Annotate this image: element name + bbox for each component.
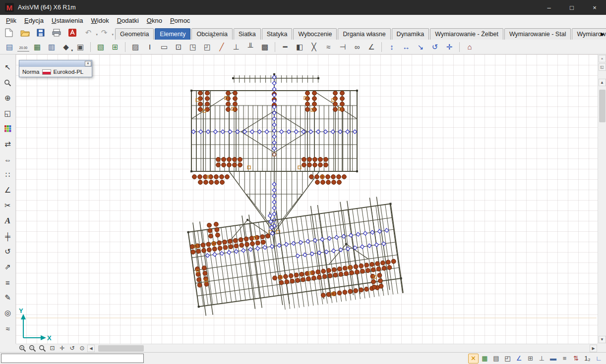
minimize-button[interactable]: – <box>538 0 560 15</box>
material-icon[interactable]: ▨ <box>129 41 142 53</box>
tab-statyka[interactable]: Statyka <box>262 28 293 40</box>
extrude-icon[interactable]: ⇗ <box>2 261 14 273</box>
scroll-down-icon[interactable]: ▼ <box>599 336 606 343</box>
pencil-icon[interactable]: ✎ <box>2 292 14 304</box>
detach-icon[interactable]: ◎ <box>2 307 14 319</box>
layer-manager-icon[interactable]: ◆▾ <box>60 41 72 53</box>
hscroll-track[interactable] <box>95 345 589 352</box>
domain-operations-icon[interactable]: ◳ <box>186 41 199 53</box>
zoom-icon[interactable] <box>2 77 14 89</box>
workplanes-icon[interactable]: ◱ <box>2 107 14 119</box>
local-axes-icon[interactable]: ∟ <box>594 354 604 364</box>
scroll-right-icon[interactable]: ▶ <box>590 345 597 352</box>
link-icon[interactable]: ∞ <box>351 41 364 53</box>
storeys-icon[interactable]: ≡ <box>2 276 14 288</box>
float-view-icon[interactable]: ◱ <box>599 63 606 71</box>
zoom-fit-icon[interactable]: ⊡ <box>48 344 57 352</box>
surface-support-icon[interactable]: ▩ <box>258 41 271 53</box>
dimension-icon[interactable]: ╪ <box>2 230 14 242</box>
dof-vertical-icon[interactable]: ↕ <box>385 41 398 53</box>
pdf-export-button[interactable] <box>66 27 78 39</box>
menu-dodatki[interactable]: Dodatki <box>113 16 143 25</box>
drawing-library-icon[interactable]: ▣ <box>74 41 87 53</box>
close-view-icon[interactable]: × <box>599 55 606 62</box>
tab-obciążenia[interactable]: Obciążenia <box>191 28 233 40</box>
parts-icon[interactable]: ▦ <box>480 354 490 364</box>
new-file-button[interactable] <box>3 27 15 39</box>
close-button[interactable]: × <box>583 0 606 15</box>
previous-view-icon[interactable]: ⊙ <box>77 344 87 352</box>
hscroll-thumb[interactable] <box>98 345 144 352</box>
domain-icon[interactable]: ▭ <box>158 41 171 53</box>
rib-icon[interactable]: ━ <box>279 41 292 53</box>
open-file-button[interactable] <box>19 27 31 39</box>
workplane-status-icon[interactable]: ▬ <box>548 354 558 364</box>
menu-widok[interactable]: Widok <box>87 16 113 25</box>
renumber-icon[interactable]: ⇅ <box>571 354 581 364</box>
geometry-check-icon[interactable]: ∠ <box>2 184 14 196</box>
domain-intersect-icon[interactable]: ◰ <box>201 41 214 53</box>
spring-tool-icon[interactable]: ≈ <box>2 322 14 334</box>
selection-icon[interactable]: ↖ <box>2 61 14 73</box>
menu-edycja[interactable]: Edycja <box>20 16 48 25</box>
norma-close-icon[interactable]: × <box>85 61 91 66</box>
tab-elementy[interactable]: Elementy <box>155 28 190 40</box>
edge-hinge-icon[interactable]: ∠ <box>365 41 378 53</box>
line-element-icon[interactable]: ╱ <box>215 41 228 53</box>
vscroll-track[interactable] <box>599 87 606 335</box>
hole-icon[interactable]: ⊡ <box>172 41 185 53</box>
spring-icon[interactable]: ≈ <box>322 41 335 53</box>
numbering-icon[interactable]: 1₂ <box>582 354 593 364</box>
structural-model-drawing[interactable]: YX <box>16 54 598 344</box>
gap-icon[interactable]: ⊣ <box>336 41 349 53</box>
rigid-body-icon[interactable]: ╳ <box>307 41 320 53</box>
print-button[interactable] <box>51 27 62 39</box>
tab-wyboczenie[interactable]: Wyboczenie <box>293 28 337 40</box>
redo-button[interactable]: ↷▾ <box>98 27 110 39</box>
symbols-icon[interactable]: ⊥ <box>537 354 547 364</box>
table-browser-icon[interactable]: ▦ <box>31 41 44 53</box>
dof-rotation-icon[interactable]: ↺ <box>428 41 441 53</box>
trim-icon[interactable]: ✂ <box>2 200 14 211</box>
guidelines-icon[interactable]: ∠ <box>514 354 524 364</box>
tab-drgania-własne[interactable]: Drgania własne <box>338 28 390 40</box>
menu-plik[interactable]: Plik <box>2 16 20 25</box>
nodal-support-icon[interactable]: ⊥ <box>230 41 242 53</box>
text-icon[interactable]: A <box>2 215 14 227</box>
command-input[interactable] <box>1 354 144 363</box>
cross-section-icon[interactable]: I <box>143 41 156 53</box>
norma-panel-titlebar[interactable]: × <box>19 60 92 67</box>
tab-siatka[interactable]: Siatka <box>234 28 261 40</box>
menu-okno[interactable]: Okno <box>143 16 166 25</box>
dof-horizontal-icon[interactable]: ↔ <box>400 41 413 53</box>
dof-all-icon[interactable]: ✛ <box>443 41 456 53</box>
dof-diagonal-icon[interactable]: ↘ <box>414 41 427 53</box>
structural-grid-icon[interactable]: ⊞ <box>525 354 536 364</box>
redo-dropdown-icon[interactable]: ▾ <box>112 33 114 37</box>
color-coding-icon[interactable] <box>2 123 14 135</box>
array-icon[interactable]: ∷ <box>2 169 14 181</box>
report-maker-icon[interactable]: ▥ <box>45 41 58 53</box>
sections-icon[interactable]: ▤ <box>491 354 501 364</box>
translate-icon[interactable]: ⇄ <box>2 138 14 150</box>
tab-geometria[interactable]: Geometria <box>115 28 154 40</box>
zoom-out-icon[interactable]: − <box>28 344 37 352</box>
tab-dynamika[interactable]: Dynamika <box>392 28 429 40</box>
edit-tables-icon[interactable]: ▧ <box>94 41 107 53</box>
line-support-icon[interactable]: ╨ <box>244 41 257 53</box>
layer-manager-icon-dropdown[interactable]: ▾ <box>71 49 73 52</box>
house-icon[interactable]: ⌂ <box>463 41 476 53</box>
tab-wymiarowanie-stal[interactable]: Wymiarowanie - Stal <box>504 28 571 40</box>
tabs-overflow-icon[interactable]: ▶ <box>601 31 605 37</box>
display-mode-icon[interactable]: ▤ <box>3 41 16 53</box>
zoom-window-icon[interactable] <box>38 344 47 352</box>
vscroll-thumb[interactable] <box>599 90 606 122</box>
save-button[interactable] <box>35 27 47 39</box>
menu-ustawienia[interactable]: Ustawienia <box>48 16 87 25</box>
tab-wymiarowanie-żelbet[interactable]: Wymiarowanie - Żelbet <box>430 28 503 40</box>
new-table-icon[interactable]: ⊞ <box>109 41 121 53</box>
layers-status-icon[interactable]: ≡ <box>559 354 570 364</box>
local-systems-icon[interactable]: ◰ <box>502 354 513 364</box>
maximize-button[interactable]: □ <box>560 0 583 15</box>
zoom-in-icon[interactable]: + <box>18 344 27 352</box>
